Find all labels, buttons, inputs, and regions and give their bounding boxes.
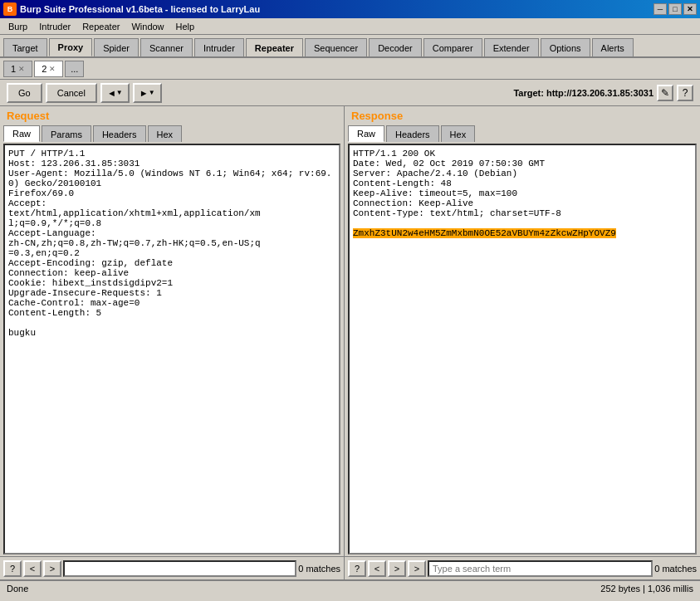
menubar: Burp Intruder Repeater Window Help [0, 18, 700, 35]
response-matches: 0 matches [654, 564, 697, 574]
request-tab-params[interactable]: Params [42, 125, 91, 142]
response-tab-raw[interactable]: Raw [348, 125, 384, 142]
tab-extender[interactable]: Extender [484, 38, 539, 56]
top-tabbar: Target Proxy Spider Scanner Intruder Rep… [0, 35, 700, 58]
response-prev-button[interactable]: < [368, 560, 386, 577]
request-help-button[interactable]: ? [3, 560, 22, 577]
response-forward-button[interactable]: > [408, 560, 426, 577]
question-icon: ? [10, 564, 15, 574]
response-content-area: HTTP/1.1 200 OK Date: Wed, 02 Oct 2019 0… [348, 144, 697, 555]
back-icon: ◄ [107, 88, 116, 98]
tab-comparer[interactable]: Comparer [423, 38, 482, 56]
titlebar-left: B Burp Suite Professional v1.6beta - lic… [3, 2, 260, 16]
back-button[interactable]: ◄ ▼ [100, 83, 130, 103]
subtab-1-close[interactable]: ✕ [18, 65, 25, 73]
request-matches: 0 matches [298, 564, 340, 574]
target-label: Target: http://123.206.31.85:3031 [513, 88, 653, 98]
menu-burp[interactable]: Burp [3, 20, 32, 33]
response-help-button[interactable]: ? [348, 560, 366, 577]
subtab-2-close[interactable]: ✕ [49, 65, 56, 73]
subtab-dots-icon: ... [71, 64, 78, 74]
request-tabs: Raw Params Headers Hex [0, 125, 344, 142]
tab-intruder[interactable]: Intruder [194, 38, 244, 56]
subtab-1[interactable]: 1 ✕ [3, 61, 32, 77]
next-icon: > [50, 564, 55, 574]
status-text: Done [7, 584, 594, 594]
titlebar: B Burp Suite Professional v1.6beta - lic… [0, 0, 700, 18]
request-content-area: PUT / HTTP/1.1 Host: 123.206.31.85:3031 … [3, 144, 340, 555]
tab-sequencer[interactable]: Sequencer [305, 38, 367, 56]
request-text[interactable]: PUT / HTTP/1.1 Host: 123.206.31.85:3031 … [3, 144, 340, 555]
titlebar-controls[interactable]: ─ □ ✕ [653, 3, 697, 15]
forward-button[interactable]: ► ▼ [133, 83, 162, 103]
tab-scanner[interactable]: Scanner [140, 38, 193, 56]
request-bottom-bar: ? < > 0 matches [0, 556, 344, 579]
request-next-button[interactable]: > [43, 560, 61, 577]
status-info: 252 bytes | 1,036 millis [600, 584, 693, 594]
tab-repeater[interactable]: Repeater [246, 38, 303, 56]
subtab-2-label: 2 [42, 64, 47, 74]
forward-dropdown[interactable]: ▼ [149, 89, 155, 96]
response-search-input[interactable] [428, 560, 653, 577]
forward-icon-2: > [414, 564, 419, 574]
back-dropdown[interactable]: ▼ [116, 89, 123, 96]
target-edit-button[interactable]: ✎ [657, 85, 673, 101]
response-text[interactable]: HTTP/1.1 200 OK Date: Wed, 02 Oct 2019 0… [348, 144, 697, 555]
request-pane: Request Raw Params Headers Hex PUT / HTT… [0, 106, 345, 579]
menu-repeater[interactable]: Repeater [77, 20, 125, 33]
subtab-1-label: 1 [11, 64, 16, 74]
menu-help[interactable]: Help [171, 20, 200, 33]
response-next-button[interactable]: > [388, 560, 406, 577]
cancel-button[interactable]: Cancel [46, 83, 97, 103]
prev-icon: < [30, 564, 35, 574]
request-title: Request [0, 106, 344, 125]
subtabbar: 1 ✕ 2 ✕ ... [0, 58, 700, 80]
request-tab-raw[interactable]: Raw [3, 125, 40, 142]
response-title: Response [345, 106, 700, 125]
response-tab-hex[interactable]: Hex [441, 125, 476, 142]
titlebar-title: Burp Suite Professional v1.6beta - licen… [20, 4, 260, 14]
tab-options[interactable]: Options [541, 38, 590, 56]
maximize-button[interactable]: □ [668, 3, 682, 15]
response-tab-headers[interactable]: Headers [386, 125, 439, 142]
prev-icon-2: < [374, 564, 379, 574]
request-prev-button[interactable]: < [23, 560, 42, 577]
response-pane: Response Raw Headers Hex HTTP/1.1 200 OK… [345, 106, 700, 579]
tab-target[interactable]: Target [3, 38, 47, 56]
request-search-input[interactable] [63, 560, 296, 577]
target-help-button[interactable]: ? [677, 85, 693, 101]
menu-window[interactable]: Window [126, 20, 169, 33]
question-icon-2: ? [355, 564, 360, 574]
request-tab-headers[interactable]: Headers [93, 125, 146, 142]
response-tabs: Raw Headers Hex [345, 125, 700, 142]
target-info: Target: http://123.206.31.85:3031 ✎ ? [513, 85, 693, 101]
subtab-2[interactable]: 2 ✕ [34, 61, 63, 77]
toolbar: Go Cancel ◄ ▼ ► ▼ Target: http://123.206… [0, 80, 700, 106]
tab-spider[interactable]: Spider [94, 38, 139, 56]
app-icon: B [3, 2, 17, 16]
help-icon: ? [683, 87, 688, 99]
menu-intruder[interactable]: Intruder [34, 20, 76, 33]
request-tab-hex[interactable]: Hex [148, 125, 183, 142]
pencil-icon: ✎ [661, 87, 669, 99]
tab-alerts[interactable]: Alerts [592, 38, 634, 56]
statusbar: Done 252 bytes | 1,036 millis [0, 579, 700, 596]
go-button[interactable]: Go [7, 83, 42, 103]
minimize-button[interactable]: ─ [653, 3, 667, 15]
next-icon-2: > [394, 564, 399, 574]
close-button[interactable]: ✕ [683, 3, 697, 15]
response-bottom-bar: ? < > > 0 matches [345, 556, 700, 579]
main-area: Request Raw Params Headers Hex PUT / HTT… [0, 106, 700, 579]
forward-icon: ► [140, 88, 149, 98]
tab-decoder[interactable]: Decoder [369, 38, 422, 56]
tab-proxy[interactable]: Proxy [49, 38, 93, 56]
subtab-more[interactable]: ... [65, 61, 84, 77]
